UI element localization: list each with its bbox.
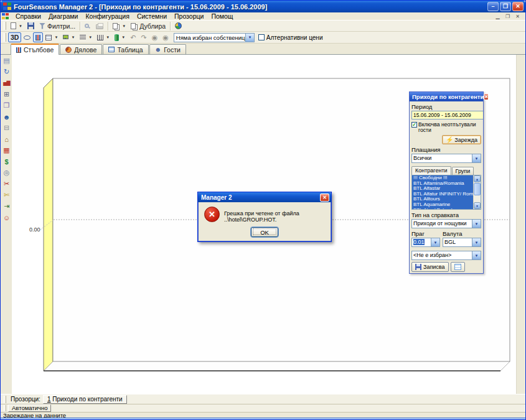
copy-button[interactable]: ▼ [110, 21, 128, 31]
tab-bars[interactable]: Стълбове [11, 44, 59, 55]
hotel-building-icon[interactable]: ⌂ [1, 134, 12, 144]
chevron-down-icon: ▼ [88, 35, 92, 39]
new-report-button[interactable]: ▼ [8, 21, 25, 31]
currency-select[interactable]: BGL ▼ [443, 238, 481, 247]
mdi-restore-button[interactable]: ❐ [504, 13, 512, 20]
horizontal-grid-button[interactable]: ▼ [77, 32, 95, 42]
tab-shares[interactable]: Дялове [60, 44, 102, 54]
save-button[interactable] [25, 21, 37, 31]
toolbar-grip[interactable] [4, 396, 6, 403]
bar-chart-icon [16, 47, 21, 53]
bars-icon [35, 35, 40, 40]
zoom-in-button[interactable]: ◉ [160, 32, 171, 42]
report-type-select[interactable]: Приходи от нощувки ▼ [411, 219, 481, 228]
cylinder-style-button[interactable]: ▼ [112, 32, 128, 42]
dialog-titlebar[interactable]: Manager 2 ✕ [198, 192, 331, 202]
list-item[interactable]: BTL Alfamina/Romania [412, 181, 473, 187]
save-template-button[interactable]: Записва [411, 262, 449, 272]
list-item[interactable]: BTL Alltours [412, 197, 473, 202]
toolbar-grip[interactable] [4, 22, 6, 30]
tab-table[interactable]: Таблица [103, 44, 148, 54]
close-button[interactable]: ✕ [512, 2, 524, 11]
room-plan-icon[interactable]: ▤ [1, 55, 12, 66]
filters-button[interactable]: Филтри... [37, 21, 78, 31]
toolbar-grip[interactable] [4, 405, 6, 411]
refresh-window-icon[interactable]: ↻ [1, 67, 12, 77]
vertical-grid-button[interactable]: ▼ [95, 32, 112, 42]
threshold-select[interactable]: 0.01 ▼ [411, 238, 440, 247]
guest-icon[interactable]: ☺ [1, 212, 12, 223]
chevron-down-icon: ▼ [71, 35, 75, 39]
menu-system[interactable]: Системни [133, 12, 171, 21]
list-item[interactable]: BTL Alfastar [412, 186, 473, 192]
list-item[interactable]: BTL Aquamarine [412, 202, 473, 208]
period-input[interactable] [411, 111, 483, 119]
print-button[interactable] [93, 21, 106, 31]
chevron-down-icon: ▼ [245, 34, 254, 42]
chart-button[interactable] [172, 21, 184, 31]
rotate-right-button[interactable]: ↷ [138, 32, 149, 42]
callout-icon [63, 35, 68, 39]
3d-toggle-button[interactable]: 3D [8, 32, 21, 42]
payments-icon[interactable]: $ [1, 156, 12, 167]
scrollbar-thumb[interactable] [474, 183, 481, 195]
calculator-icon[interactable]: ⊞ [1, 89, 12, 100]
minimize-button[interactable]: – [487, 2, 499, 11]
panel-titlebar[interactable]: Приходи по контрагенти ✕ [410, 92, 483, 101]
tab-groups[interactable]: Групи [452, 167, 474, 175]
scissors-icon[interactable]: ✂ [1, 179, 12, 189]
windows-label: Прозорци: [11, 396, 40, 403]
list-scrollbar[interactable]: ▲ ▼ [473, 175, 481, 209]
rotate-right-icon: ↷ [141, 34, 146, 41]
scroll-down-icon[interactable]: ▼ [474, 202, 481, 209]
ok-button[interactable]: OK [251, 227, 278, 237]
menu-help[interactable]: Помощ [207, 12, 237, 21]
printer-icon[interactable]: ⊟ [1, 123, 12, 133]
menu-windows[interactable]: Прозорци [171, 12, 207, 21]
guests-icon[interactable]: ☻ [1, 111, 12, 122]
menu-diagrams[interactable]: Диаграми [45, 12, 82, 21]
zoom-out-button[interactable]: ◉ [149, 32, 161, 42]
legend-button[interactable]: ▼ [43, 32, 60, 42]
toolbar-grip[interactable] [4, 33, 6, 42]
alt-prices-checkbox[interactable] [258, 34, 265, 40]
table-view-button[interactable] [451, 262, 465, 272]
auto-toggle-button[interactable]: Автоматично [8, 404, 51, 412]
mdi-close-button[interactable]: ✕ [514, 13, 522, 20]
tab-contragents[interactable]: Контрагенти [411, 166, 451, 175]
print-preview-button[interactable] [82, 21, 93, 31]
alt-prices-label: Алтернативни цени [266, 34, 323, 41]
mdi-minimize-button[interactable]: ▁ [494, 13, 502, 20]
copy-icon [113, 23, 118, 29]
rotate-left-button[interactable]: ↶ [128, 32, 138, 42]
menu-reports[interactable]: Справки [12, 12, 45, 21]
duplicate-window-icon[interactable]: ❐ [1, 100, 12, 111]
load-button[interactable]: ⚡Зарежда [442, 135, 481, 144]
list-item[interactable]: !!! Свободни !!! [412, 175, 473, 181]
scroll-up-icon[interactable]: ▲ [474, 175, 481, 182]
tab-guests[interactable]: ☻Гости [149, 44, 186, 54]
duplicate-button[interactable]: Дублира [128, 21, 168, 31]
rotate-view-button[interactable] [21, 32, 33, 42]
mdi-child-icon [2, 13, 9, 20]
include-guests-checkbox[interactable]: ✓ [411, 122, 417, 128]
list-item[interactable]: BTL Atur / Poland [412, 208, 473, 209]
template-select[interactable]: <Не е избран> ▼ [411, 251, 481, 260]
payments-select[interactable]: Всички ▼ [411, 154, 481, 163]
zero-axis-label: 0.00 [29, 226, 40, 233]
labels-button[interactable]: ▼ [60, 32, 77, 42]
restore-button[interactable]: ❐ [500, 2, 511, 11]
binoculars-icon[interactable]: ◎ [1, 167, 12, 178]
owner-select[interactable]: Няма избран собственици ▼ [174, 33, 255, 42]
discount-icon[interactable]: ✄ [1, 190, 12, 200]
table-grid-icon[interactable]: ▦ [1, 145, 12, 156]
bars-view-button[interactable] [33, 32, 43, 42]
list-item[interactable]: BTL Alfatur INFINITY/ Romani [412, 192, 473, 197]
menu-configuration[interactable]: Конфигурация [82, 12, 133, 21]
dialog-close-icon[interactable]: ✕ [320, 194, 329, 202]
bar-chart-icon[interactable]: ▅▇ [1, 78, 12, 88]
side-toolbar: ▤ ↻ ▅▇ ⊞ ❐ ☻ ⊟ ⌂ ▦ $ ◎ ✂ ✄ ⇥ ☺ [1, 55, 12, 223]
window-tab-button[interactable]: 1 Приходи по контрагенти [43, 395, 127, 404]
panel-close-icon[interactable]: ✕ [484, 93, 489, 100]
checkout-icon[interactable]: ⇥ [1, 201, 12, 212]
